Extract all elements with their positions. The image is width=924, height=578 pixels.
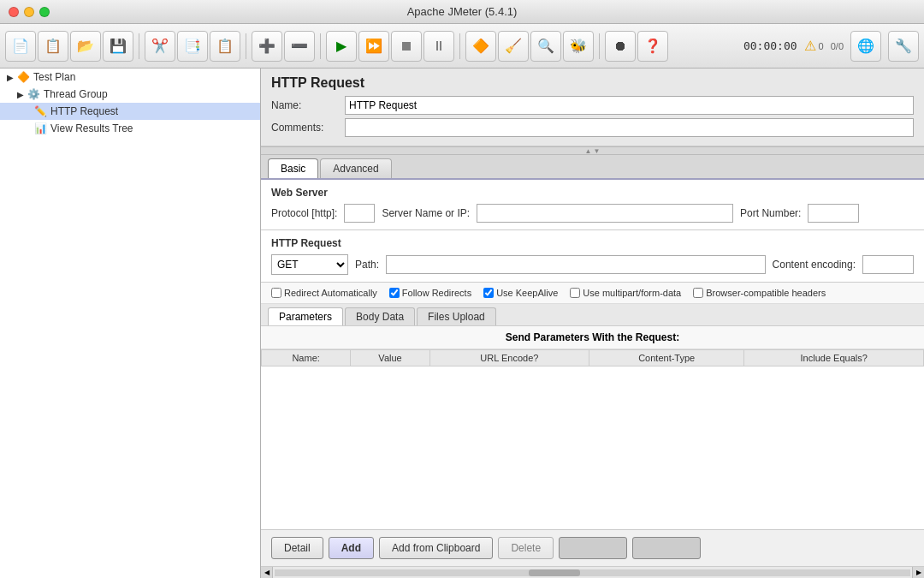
follow-redirects-label: Follow Redirects [402,288,471,298]
tree-item-http-request[interactable]: ✏️ HTTP Request [0,103,260,120]
params-header-text: Send Parameters With the Request: [506,331,679,343]
start-no-pause-button[interactable]: ⏩ [358,31,389,62]
col-include-equals: Include Equals? [744,350,924,366]
protocol-input[interactable] [344,204,375,223]
multipart-checkbox-label[interactable]: Use multipart/form-data [570,288,681,298]
encoding-input[interactable] [862,255,914,274]
remote-start-button[interactable]: ⏺ [605,31,636,62]
maximize-button[interactable] [39,7,50,17]
checkbox-row: Redirect Automatically Follow Redirects … [261,283,924,304]
follow-redirects-checkbox[interactable] [389,288,400,298]
horizontal-scrollbar[interactable]: ◀ ▶ [261,566,924,578]
col-name: Name: [262,350,351,366]
window-controls [9,7,50,17]
thread-group-icon: ⚙️ [27,88,40,100]
redirect-auto-checkbox[interactable] [271,288,281,298]
name-input[interactable] [345,96,914,115]
col-urlencode: URL Encode? [429,350,589,366]
add-clipboard-button[interactable]: Add from Clipboard [379,537,493,559]
expand-arrow: ▶ [7,73,14,82]
cut-button[interactable]: ✂️ [145,31,175,62]
scroll-right-arrow[interactable]: ▶ [912,567,924,579]
blurred-button-2 [632,537,701,559]
search-button[interactable]: 🔍 [530,31,561,62]
keepalive-checkbox[interactable] [483,288,494,298]
redirect-auto-checkbox-label[interactable]: Redirect Automatically [271,288,377,298]
new-button[interactable]: 📄 [5,31,36,62]
browser-compatible-checkbox-label[interactable]: Browser-compatible headers [693,288,826,298]
http-request-icon: ✏️ [34,105,47,117]
scroll-thumb[interactable] [529,569,580,576]
tree-item-test-plan[interactable]: ▶ 🔶 Test Plan [0,69,260,86]
inner-tab-files-upload[interactable]: Files Upload [417,307,496,325]
server-input[interactable] [477,204,733,223]
keepalive-checkbox-label[interactable]: Use KeepAlive [483,288,558,298]
keepalive-label: Use KeepAlive [496,288,558,298]
name-row: Name: [271,96,914,115]
scroll-track[interactable] [275,569,910,576]
warning-badge: ⚠ 0 [804,38,824,54]
detail-button[interactable]: Detail [271,537,323,559]
open-templates-button[interactable]: 📋 [38,31,68,62]
expand-button[interactable]: ➕ [252,31,282,62]
collapse-bar[interactable]: ▲ ▼ [261,146,924,155]
browser-compatible-checkbox[interactable] [693,288,703,298]
path-label: Path: [355,259,379,271]
panel-header: HTTP Request Name: Comments: [261,69,924,146]
redirect-auto-label: Redirect Automatically [284,288,377,298]
toolbar-right: 00:00:00 ⚠ 0 0/0 🌐 🔧 [743,31,919,62]
server-fields-row: Protocol [http]: Server Name or IP: Port… [271,204,914,223]
tab-basic[interactable]: Basic [268,158,318,178]
col-content-type: Content-Type [589,350,743,366]
copy-button[interactable]: 📑 [177,31,208,62]
params-header: Send Parameters With the Request: [261,326,924,349]
shutdown-button[interactable]: ⏸ [424,31,454,62]
protocol-label: Protocol [http]: [271,207,337,219]
log-viewer-button[interactable]: 🐝 [563,31,594,62]
delete-button[interactable]: Delete [498,537,554,559]
minimize-button[interactable] [24,7,34,17]
tree-item-thread-group[interactable]: ▶ ⚙️ Thread Group [0,86,260,103]
name-label: Name: [271,99,340,111]
clear-button[interactable]: 🔶 [465,31,496,62]
options-button[interactable]: 🔧 [888,31,919,62]
inner-tab-body-data[interactable]: Body Data [345,307,415,325]
expand-arrow-tg: ▶ [17,90,24,99]
tabs-bar: Basic Advanced [261,155,924,180]
scroll-left-arrow[interactable]: ◀ [261,567,273,579]
inner-tabs-bar: Parameters Body Data Files Upload [261,304,924,326]
method-path-row: GET POST PUT DELETE HEAD OPTIONS PATCH P… [271,254,914,275]
error-badge: 0/0 [831,41,844,51]
method-select[interactable]: GET POST PUT DELETE HEAD OPTIONS PATCH [271,254,348,275]
open-button[interactable]: 📂 [70,31,101,62]
tree-item-view-results-tree[interactable]: 📊 View Results Tree [0,120,260,137]
path-input[interactable] [386,255,766,274]
follow-redirects-checkbox-label[interactable]: Follow Redirects [389,288,471,298]
paste-button[interactable]: 📋 [210,31,240,62]
comments-input[interactable] [345,118,914,137]
remote-control-button[interactable]: 🌐 [850,31,881,62]
warning-icon: ⚠ [804,38,816,54]
stop-button[interactable]: ⏹ [391,31,422,62]
params-table-header-row: Name: Value URL Encode? Content-Type Inc… [262,350,924,366]
multipart-checkbox[interactable] [570,288,580,298]
toolbar: 📄 📋 📂 💾 ✂️ 📑 📋 ➕ ➖ ▶ ⏩ ⏹ ⏸ 🔶 🧹 🔍 🐝 ⏺ ❓ 0… [0,24,924,69]
left-panel: ▶ 🔶 Test Plan ▶ ⚙️ Thread Group ✏️ HTTP … [0,69,261,578]
inner-tab-parameters[interactable]: Parameters [268,307,343,325]
help-button[interactable]: ❓ [637,31,668,62]
tab-advanced[interactable]: Advanced [320,158,391,178]
port-label: Port Number: [740,207,801,219]
bottom-buttons: Detail Add Add from Clipboard Delete [261,529,924,566]
collapse-button[interactable]: ➖ [284,31,315,62]
save-button[interactable]: 💾 [103,31,133,62]
tree-item-label: Thread Group [44,88,108,100]
port-input[interactable] [808,204,859,223]
close-button[interactable] [9,7,19,17]
tree-item-label: Test Plan [33,71,75,83]
add-button[interactable]: Add [329,537,374,559]
web-server-section: Web Server Protocol [http]: Server Name … [261,180,924,230]
start-button[interactable]: ▶ [326,31,357,62]
title-bar: Apache JMeter (5.4.1) [0,0,924,24]
clear-all-button[interactable]: 🧹 [498,31,529,62]
server-label: Server Name or IP: [382,207,470,219]
